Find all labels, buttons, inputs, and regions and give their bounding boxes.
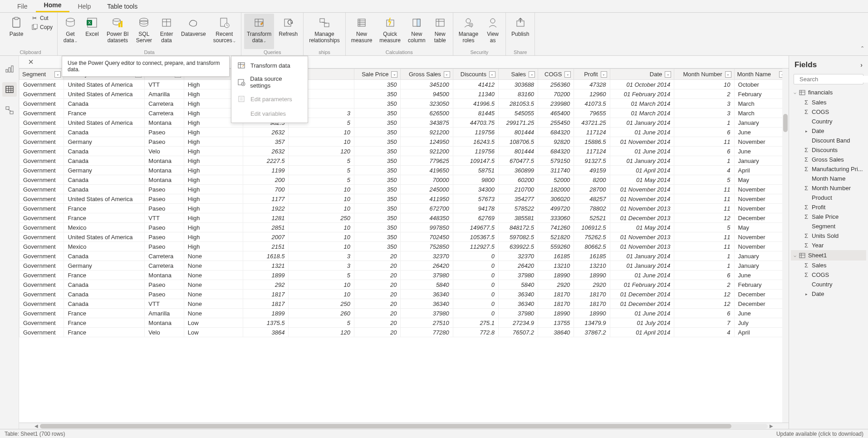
table-cell[interactable]: 20 [354,309,401,318]
table-cell[interactable]: France [64,271,145,280]
table-row[interactable]: GovernmentUnited States of AmericaPaseoH… [20,194,789,204]
field-item[interactable]: ΣSales [791,98,866,107]
field-item[interactable]: ΣCOGS [791,107,866,117]
table-cell[interactable]: 921200 [401,147,453,156]
table-cell[interactable]: 91327.5 [574,156,610,166]
table-cell[interactable]: Government [20,89,64,99]
table-cell[interactable]: 1922 [243,204,289,213]
table-cell[interactable]: Government [20,271,64,280]
column-header[interactable]: Discounts⌄ [453,69,498,80]
table-row[interactable]: GovernmentCanadaPaseoNone181710203634003… [20,290,789,299]
table-cell[interactable]: Paseo [145,232,184,242]
table-cell[interactable]: High [184,185,243,194]
table-cell[interactable]: Paseo [145,280,184,290]
table-cell[interactable]: Canada [64,156,145,166]
table-row[interactable]: GovernmentFranceAmarillaNone189926020379… [20,309,789,318]
table-cell[interactable]: Government [20,261,64,271]
table-cell[interactable]: 2227.5 [243,156,289,166]
table-cell[interactable]: 848172.5 [498,223,538,232]
table-row[interactable]: GovernmentFranceMontanaNone1899520379800… [20,271,789,280]
table-row[interactable]: GovernmentFrancePaseoHigh192210350672700… [20,204,789,213]
table-cell[interactable]: 41073.5 [574,99,610,108]
table-cell[interactable]: Government [20,290,64,299]
table-cell[interactable]: None [184,271,243,280]
table-cell[interactable]: Government [20,318,64,328]
copy-button[interactable]: Copy [29,23,54,32]
field-item[interactable]: ΣProfit [791,202,866,212]
table-cell[interactable]: December [734,299,788,309]
table-cell[interactable]: 78802 [574,204,610,213]
table-cell[interactable]: 01 May 2014 [610,223,674,232]
table-cell[interactable]: 0 [453,309,498,318]
table-cell[interactable]: 245000 [401,185,453,194]
report-view-button[interactable] [2,61,17,76]
table-cell[interactable]: Carretera [145,261,184,271]
data-table-wrapper[interactable]: Segment⌄Country⌄Product⌄Discount Band⌄Un… [19,69,789,423]
table-cell[interactable]: 5 [289,175,354,185]
table-cell[interactable]: 684320 [538,128,574,137]
tab-help[interactable]: Help [69,0,99,12]
table-cell[interactable]: April [734,328,788,337]
table-cell[interactable]: 49159 [574,166,610,175]
table-cell[interactable]: 83160 [498,89,538,99]
table-cell[interactable]: High [184,128,243,137]
table-cell[interactable]: 52000 [538,175,574,185]
table-cell[interactable]: 1321 [243,261,289,271]
table-cell[interactable]: 12 [674,213,734,223]
table-row[interactable]: GovernmentCanadaCarreteraNone1618.532032… [20,251,789,261]
table-cell[interactable]: 38640 [538,328,574,337]
table-cell[interactable]: 01 November 2013 [610,242,674,251]
table-cell[interactable]: 1 [674,118,734,128]
table-cell[interactable]: 997850 [401,223,453,232]
table-cell[interactable]: 3864 [243,328,289,337]
table-cell[interactable]: November [734,194,788,204]
refresh-button[interactable]: Refresh [276,14,300,49]
table-cell[interactable]: 37867.2 [574,328,610,337]
table-cell[interactable]: 5 [674,223,734,232]
column-header[interactable]: COGS⌄ [538,69,574,80]
table-cell[interactable]: Paseo [145,223,184,232]
table-cell[interactable]: 119756 [453,128,498,137]
table-cell[interactable]: 4 [674,166,734,175]
table-cell[interactable]: 801444 [498,128,538,137]
table-cell[interactable]: July [734,318,788,328]
field-item[interactable]: ΣYear [791,241,866,250]
table-cell[interactable]: Government [20,80,64,89]
table-cell[interactable]: High [184,137,243,147]
table-row[interactable]: GovernmentUnited States of AmericaMontan… [20,118,789,128]
table-cell[interactable]: 32370 [498,251,538,261]
table-cell[interactable]: 2151 [243,242,289,251]
table-cell[interactable]: None [184,290,243,299]
table-cell[interactable]: France [64,309,145,318]
table-row[interactable]: GovernmentCanadaCarreteraHigh35032305041… [20,99,789,108]
table-cell[interactable]: 20 [354,280,401,290]
table-cell[interactable]: 579150 [538,156,574,166]
table-cell[interactable]: June [734,147,788,156]
table-cell[interactable]: None [184,280,243,290]
table-cell[interactable]: 01 February 2014 [610,89,674,99]
table-cell[interactable]: 411950 [401,194,453,204]
table-cell[interactable]: 36340 [401,290,453,299]
table-cell[interactable]: 4 [674,328,734,337]
table-cell[interactable]: 1177 [243,194,289,204]
table-row[interactable]: GovernmentGermanyCarreteraNone1321320264… [20,261,789,271]
table-cell[interactable]: 323050 [401,99,453,108]
table-cell[interactable]: Paseo [145,185,184,194]
table-cell[interactable]: 01 November 2014 [610,137,674,147]
table-cell[interactable]: 43721.25 [574,118,610,128]
table-cell[interactable]: 2632 [243,147,289,156]
table-cell[interactable]: Government [20,242,64,251]
field-item[interactable]: ΣGross Sales [791,155,866,164]
table-cell[interactable]: 7 [674,318,734,328]
table-cell[interactable]: Carretera [145,108,184,118]
vertical-scrollbar[interactable] [782,69,789,423]
table-cell[interactable]: 5840 [401,280,453,290]
table-cell[interactable]: High [184,175,243,185]
table-cell[interactable]: 1 [674,156,734,166]
table-cell[interactable]: None [184,309,243,318]
table-cell[interactable]: 0 [453,280,498,290]
table-cell[interactable]: 01 June 2014 [610,147,674,156]
table-cell[interactable]: 779625 [401,156,453,166]
table-cell[interactable]: 385581 [498,213,538,223]
table-cell[interactable]: 419650 [401,166,453,175]
